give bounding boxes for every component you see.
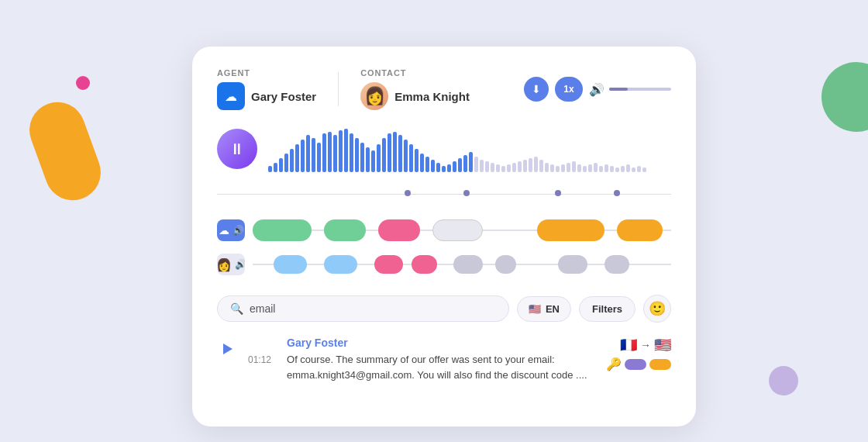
contact-seg-7 xyxy=(558,255,587,274)
waveform-bar xyxy=(637,166,641,172)
search-icon: 🔍 xyxy=(230,302,243,315)
tag-pill-purple xyxy=(625,359,646,370)
waveform-bar xyxy=(577,164,581,172)
contact-info: 👩 Emma Knight xyxy=(360,82,470,110)
waveform-bar xyxy=(306,135,310,172)
speaker-tracks: ☁ 🔊 👩 🔊 xyxy=(217,217,671,278)
transcript-play-button[interactable] xyxy=(217,338,239,360)
agent-section: AGENT ☁ Gary Foster xyxy=(217,68,316,110)
waveform-bar xyxy=(431,160,435,172)
waveform-bar xyxy=(447,164,451,172)
waveform-bar xyxy=(512,163,516,172)
header-divider xyxy=(338,72,339,106)
transcript-time: 01:12 xyxy=(248,354,271,365)
play-triangle-icon xyxy=(223,344,232,354)
language-flag: 🇺🇸 xyxy=(529,303,541,315)
search-filter-bar: 🔍 🇺🇸 EN Filters 🙂 xyxy=(217,295,671,323)
waveform-bar xyxy=(480,160,484,172)
translation-flags: 🇫🇷 → 🇺🇸 🔑 xyxy=(606,337,671,371)
contact-label: CONTACT xyxy=(360,68,470,78)
waveform-bar xyxy=(360,143,364,172)
filters-label: Filters xyxy=(592,303,622,315)
waveform-bar xyxy=(642,167,646,172)
contact-segments xyxy=(253,254,671,275)
waveform-bar xyxy=(415,149,418,172)
main-card: AGENT ☁ Gary Foster CONTACT 👩 Emma Knigh… xyxy=(192,47,696,426)
speed-button[interactable]: 1x xyxy=(555,77,583,102)
timeline-line xyxy=(217,194,671,195)
bg-decoration-orange xyxy=(22,95,108,209)
timeline-marker-3 xyxy=(554,186,562,200)
waveform-bar xyxy=(317,143,321,172)
waveform-bar xyxy=(567,163,570,172)
contact-section: CONTACT 👩 Emma Knight xyxy=(360,68,470,110)
flag-from: 🇫🇷 xyxy=(620,337,637,354)
waveform-bar xyxy=(436,163,440,172)
waveform-bar xyxy=(355,138,359,172)
waveform-bar xyxy=(518,161,522,172)
contact-track: 👩 🔊 xyxy=(217,251,671,278)
language-code: EN xyxy=(546,303,560,315)
download-button[interactable]: ⬇ xyxy=(524,77,549,102)
waveform-bar xyxy=(388,133,391,172)
key-icon: 🔑 xyxy=(606,357,622,371)
contact-seg-6 xyxy=(495,255,516,274)
waveform[interactable] xyxy=(268,126,671,172)
waveform-bar xyxy=(453,161,456,172)
waveform-bar xyxy=(545,163,549,172)
marker-dot-3 xyxy=(555,190,561,196)
contact-seg-3 xyxy=(374,255,404,274)
waveform-bar xyxy=(534,157,538,172)
volume-bar[interactable] xyxy=(609,88,671,91)
timeline xyxy=(217,186,671,202)
filters-button[interactable]: Filters xyxy=(579,296,636,322)
contact-seg-8 xyxy=(604,255,629,274)
waveform-bar xyxy=(284,154,288,172)
agent-seg-2 xyxy=(324,219,366,241)
waveform-bar xyxy=(599,166,603,172)
agent-avatar: ☁ xyxy=(217,82,245,110)
marker-dot-4 xyxy=(614,190,620,196)
contact-seg-5 xyxy=(453,255,483,274)
waveform-bar xyxy=(572,161,576,172)
flag-translation-row: 🇫🇷 → 🇺🇸 xyxy=(620,337,671,354)
emoji-filter-button[interactable]: 🙂 xyxy=(643,295,671,323)
agent-segments xyxy=(253,219,671,241)
transcript-content: Gary Foster Of course. The summary of ou… xyxy=(287,337,597,382)
translation-arrow: → xyxy=(640,339,651,351)
waveform-bar xyxy=(322,133,326,172)
timeline-marker-1 xyxy=(404,186,412,200)
waveform-bar xyxy=(556,166,560,172)
transcript-time-wrap: 01:12 xyxy=(248,354,271,365)
pause-button[interactable]: ⏸ xyxy=(217,129,257,169)
waveform-bar xyxy=(371,150,375,172)
waveform-bar xyxy=(377,144,381,172)
waveform-bar xyxy=(393,132,397,172)
waveform-bar xyxy=(312,138,315,172)
waveform-bar xyxy=(295,144,299,172)
waveform-bar xyxy=(442,166,446,172)
waveform-bar xyxy=(366,147,370,172)
transcript-entry: 01:12 Gary Foster Of course. The summary… xyxy=(217,337,671,382)
contact-avatar: 👩 xyxy=(360,82,388,110)
bg-decoration-pink xyxy=(76,76,90,90)
waveform-bar xyxy=(501,166,505,172)
contact-name: Emma Knight xyxy=(394,90,470,103)
agent-track-icon: ☁ 🔊 xyxy=(217,219,245,241)
marker-dot-1 xyxy=(405,190,411,196)
search-input[interactable] xyxy=(250,302,496,315)
search-input-wrapper[interactable]: 🔍 xyxy=(217,295,509,322)
transcript-speaker: Gary Foster xyxy=(287,337,348,349)
agent-name: Gary Foster xyxy=(251,90,316,103)
waveform-bar xyxy=(328,132,332,172)
volume-control: 🔊 xyxy=(589,82,671,97)
waveform-bar xyxy=(561,164,565,172)
waveform-bar xyxy=(621,166,625,172)
tag-row: 🔑 xyxy=(606,357,671,371)
waveform-bar xyxy=(382,138,386,172)
contact-seg-4 xyxy=(412,255,436,274)
waveform-bar xyxy=(420,154,424,172)
waveform-bar xyxy=(301,140,305,172)
language-button[interactable]: 🇺🇸 EN xyxy=(517,296,571,322)
flag-to: 🇺🇸 xyxy=(654,337,671,354)
